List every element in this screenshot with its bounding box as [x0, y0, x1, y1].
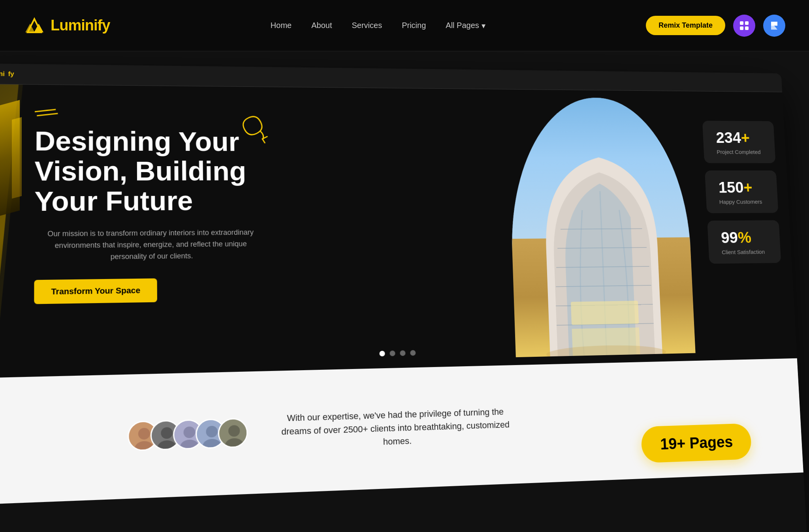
- svg-marker-8: [771, 26, 777, 30]
- nav-services[interactable]: Services: [352, 21, 382, 30]
- swirl-icon: [224, 110, 273, 149]
- browser-logo-mini: Luminify: [0, 68, 14, 80]
- avatar-5-image: [219, 419, 248, 448]
- dot-2[interactable]: [389, 350, 395, 356]
- top-navigation: Luminify Home About Services Pricing All…: [0, 0, 809, 51]
- svg-marker-2: [34, 24, 43, 32]
- pages-badge: 19+ Pages: [641, 423, 752, 463]
- hero-description: Our mission is to transform ordinary int…: [34, 227, 267, 264]
- stat-customers-label: Happy Customers: [719, 199, 765, 205]
- dot-1[interactable]: [379, 351, 385, 356]
- nav-home[interactable]: Home: [271, 21, 292, 30]
- hero-cta-button[interactable]: Transform Your Space: [34, 278, 157, 304]
- stat-satisfaction-label: Client Satisfaction: [722, 249, 768, 255]
- logo-icon: [24, 15, 45, 36]
- stat-projects-number: 234+: [716, 129, 762, 147]
- carousel-dots: [379, 350, 416, 356]
- browser-frame: Luminify Designing Your Vision, Building…: [0, 63, 808, 532]
- svg-line-12: [37, 113, 58, 116]
- svg-rect-5: [740, 26, 743, 30]
- svg-rect-21: [571, 301, 639, 325]
- building-svg: [527, 135, 677, 357]
- bottom-description: With our expertise, we've had the privil…: [280, 405, 511, 451]
- stats-panel: 234+ Project Completed 150+ Happy Custom…: [702, 121, 781, 264]
- framer-icon-button[interactable]: [763, 15, 785, 37]
- nav-all-pages[interactable]: All Pages ▾: [446, 21, 485, 30]
- svg-rect-3: [740, 21, 743, 25]
- nav-about[interactable]: About: [311, 21, 332, 30]
- stat-satisfaction: 99% Client Satisfaction: [707, 220, 781, 264]
- browser-wrapper: Luminify Designing Your Vision, Building…: [0, 51, 809, 532]
- logo-text: Luminify: [51, 17, 110, 34]
- gold-bar-decoration: [0, 103, 32, 221]
- hero-image: [507, 97, 695, 358]
- avatars-row: [128, 418, 248, 451]
- svg-line-11: [35, 109, 56, 112]
- bottom-section: With our expertise, we've had the privil…: [0, 358, 803, 506]
- svg-marker-1: [25, 24, 35, 32]
- framer-icon: [769, 20, 780, 31]
- chevron-down-icon: ▾: [482, 21, 485, 30]
- solutions-partial-text: Solutions: [520, 519, 660, 532]
- svg-rect-6: [745, 26, 749, 30]
- nav-right-actions: Remix Template: [646, 15, 785, 37]
- swirl-decoration: [224, 110, 273, 149]
- dot-4[interactable]: [410, 350, 416, 356]
- grid-icon: [739, 20, 750, 31]
- avatar-5: [218, 418, 248, 448]
- stat-customers-number: 150+: [718, 179, 765, 197]
- svg-line-14: [262, 139, 265, 143]
- hero-section: Designing Your Vision, Building Your Fut…: [0, 84, 797, 379]
- svg-rect-4: [745, 21, 749, 25]
- perspective-container: Luminify Designing Your Vision, Building…: [0, 63, 808, 532]
- svg-marker-7: [771, 22, 777, 26]
- stat-satisfaction-number: 99%: [721, 229, 767, 247]
- nav-pricing[interactable]: Pricing: [402, 21, 426, 30]
- dot-3[interactable]: [400, 350, 405, 356]
- stat-projects-label: Project Completed: [717, 149, 762, 155]
- stat-projects: 234+ Project Completed: [702, 121, 776, 163]
- deco-lines-icon: [35, 109, 60, 121]
- remix-template-button[interactable]: Remix Template: [646, 16, 725, 35]
- hero-image-inner: [507, 97, 695, 358]
- main-nav: Home About Services Pricing All Pages ▾: [271, 21, 485, 30]
- logo[interactable]: Luminify: [24, 15, 110, 36]
- stat-customers: 150+ Happy Customers: [705, 170, 778, 213]
- grid-icon-button[interactable]: [733, 15, 755, 37]
